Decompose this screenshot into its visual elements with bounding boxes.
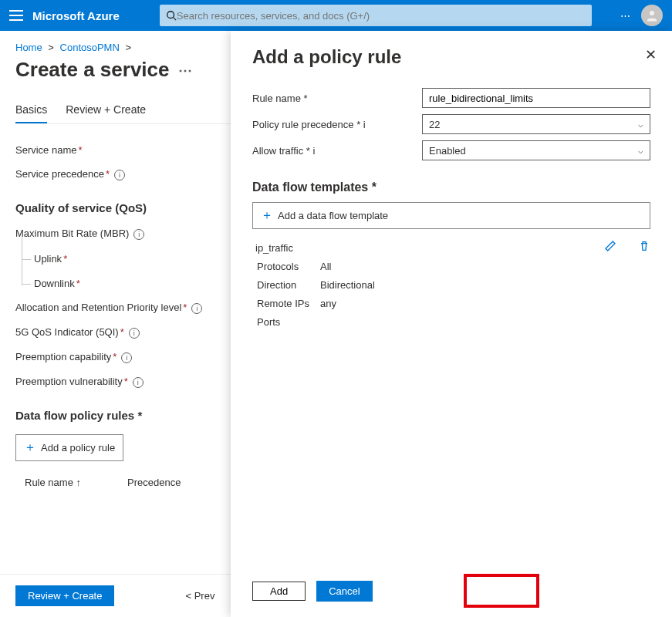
tab-review[interactable]: Review + Create [66,97,146,123]
add-dft-button[interactable]: ＋ Add a data flow template [252,202,650,229]
rule-name-input[interactable] [422,88,650,108]
dft-name: ip_traffic [255,240,650,257]
label-mbr: Maximum Bit Rate (MBR) [15,228,129,239]
top-bar: Microsoft Azure ⋯ [0,0,672,31]
prev-button[interactable]: < Prev [173,585,227,606]
review-create-button[interactable]: Review + Create [15,585,114,606]
col-rule-name[interactable]: Rule name ↑ [25,477,81,488]
allow-traffic-dropdown[interactable]: Enabled⌵ [422,140,650,160]
tab-basics[interactable]: Basics [15,97,47,123]
svg-point-2 [650,11,654,15]
hamburger-icon[interactable] [9,10,23,21]
brand-label: Microsoft Azure [32,9,120,22]
info-icon[interactable]: i [133,377,144,388]
label-service-precedence: Service precedence [15,168,104,180]
info-icon[interactable]: i [121,352,132,363]
info-icon[interactable]: i [191,303,202,314]
dft-item: ip_traffic ProtocolsAll DirectionBidirec… [252,240,650,332]
search-icon [166,10,177,21]
breadcrumb-context[interactable]: ContosoPMN [60,42,120,53]
add-button[interactable]: Add [252,582,306,601]
dft-remote: any [320,295,375,312]
dft-ports [320,314,375,331]
plus-icon: ＋ [24,440,36,456]
panel-title: Add a policy rule [252,46,650,68]
info-icon[interactable]: i [129,328,140,339]
label-downlink: Downlink [34,278,75,289]
add-policy-rule-label: Add a policy rule [41,442,115,453]
info-icon[interactable]: i [313,145,316,157]
avatar[interactable] [641,5,663,26]
chevron-down-icon: ⌵ [638,120,643,130]
label-rule-precedence: Policy rule precedence [252,119,354,130]
info-icon[interactable]: i [363,119,366,130]
page-title: Create a service [15,58,169,82]
label-arp: Allocation and Retention Priority level [15,302,181,313]
heading-dft: Data flow templates [252,180,368,194]
close-icon[interactable]: ✕ [645,46,657,63]
edit-icon[interactable] [604,240,616,252]
chevron-down-icon: ⌵ [638,146,643,156]
dft-remote-label: Remote IPs [257,295,319,312]
col-precedence[interactable]: Precedence [127,477,181,488]
dft-protocols-label: Protocols [257,258,319,275]
global-search[interactable] [160,5,592,26]
page-more-icon[interactable]: ⋯ [178,62,193,79]
label-allow-traffic: Allow traffic [252,145,303,157]
label-preempt-vul: Preemption vulnerability [15,376,123,387]
label-5qi: 5G QoS Indicator (5QI) [15,326,119,338]
add-policy-rule-button[interactable]: ＋ Add a policy rule [15,434,123,461]
dft-ports-label: Ports [257,314,319,331]
info-icon[interactable]: i [133,229,144,240]
add-dft-label: Add a data flow template [278,210,388,221]
label-service-name: Service name [15,144,76,156]
label-rule-name: Rule name [252,93,301,104]
precedence-dropdown[interactable]: 22⌵ [422,114,650,134]
dft-direction-label: Direction [257,277,319,294]
label-uplink: Uplink [34,253,62,265]
person-icon [645,8,659,22]
dft-protocols: All [320,258,375,275]
plus-icon: ＋ [261,207,273,224]
svg-line-1 [173,18,176,21]
dft-direction: Bidirectional [320,277,375,294]
more-icon[interactable]: ⋯ [620,10,630,22]
svg-point-0 [167,12,174,19]
search-input[interactable] [177,10,586,22]
info-icon[interactable]: i [114,170,125,180]
panel-footer: Add Cancel [252,568,650,602]
label-preempt-cap: Preemption capability [15,351,111,362]
heading-rules: Data flow policy rules [15,409,134,422]
add-rule-panel: ✕ Add a policy rule Rule name * Policy r… [231,31,672,617]
cancel-button[interactable]: Cancel [316,581,372,602]
delete-icon[interactable] [638,240,650,252]
breadcrumb-home[interactable]: Home [15,42,42,53]
